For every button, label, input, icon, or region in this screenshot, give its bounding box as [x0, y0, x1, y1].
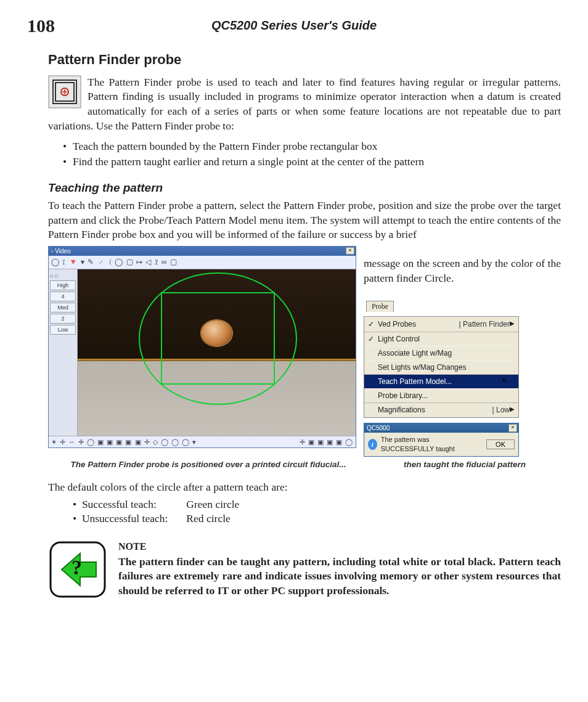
defaults-lead: The default colors of the circle after a… — [48, 480, 561, 495]
teach-result-label: Unsuccessful teach: — [82, 512, 168, 524]
chevron-right-icon: ▶ — [510, 319, 515, 328]
figure-caption-left: The Pattern Finder probe is positioned o… — [48, 459, 369, 470]
teach-result-color: Green circle — [174, 497, 245, 512]
video-window: ▫ Video × ◯ ⟟ 🔻 ▾ ✎ ⟋ ⟮ ◯ ▢ ↦ ◁ ⟟ ∞ ▢ ⌂ … — [48, 246, 356, 449]
svg-text:?: ? — [71, 556, 82, 579]
mag-low-button[interactable]: Low — [50, 325, 76, 335]
dialog-message: The pattern was SUCCESSFULLY taught — [381, 435, 483, 454]
video-window-title: ▫ Video — [51, 248, 71, 255]
menu-item-probe-library[interactable]: Probe Library... — [364, 388, 518, 402]
note-text: The pattern finder can be taught any pat… — [118, 555, 561, 597]
menu-item-light-control[interactable]: Light Control — [364, 332, 518, 346]
table-row: • Successful teach: Green circle — [73, 497, 245, 512]
close-icon[interactable]: × — [508, 424, 517, 432]
sidebar-home-icons[interactable]: ⌂ ⌂ — [50, 272, 76, 279]
subsection-title: Teaching the pattern — [48, 180, 561, 196]
intro-paragraph: The Pattern Finder probe is used to teac… — [48, 75, 561, 134]
figure-caption-right: then taught the fiducial pattern — [369, 459, 561, 470]
video-top-toolbar[interactable]: ◯ ⟟ 🔻 ▾ ✎ ⟋ ⟮ ◯ ▢ ↦ ◁ ⟟ ∞ ▢ — [49, 256, 356, 269]
menu-label: Associate Light w/Mag — [378, 349, 452, 357]
menu-right-label: | Low — [489, 405, 510, 415]
menu-label: Set Lights w/Mag Changes — [378, 363, 466, 372]
mag-med-button[interactable]: Med — [50, 303, 76, 312]
cursor-icon: ↖ — [501, 375, 510, 386]
probe-menu: Ved Probes ▶ | Pattern Finder Light Cont… — [364, 316, 519, 417]
close-icon[interactable]: × — [346, 247, 354, 255]
table-row: • Unsuccessful teach: Red circle — [73, 512, 245, 526]
ok-button[interactable]: OK — [486, 439, 515, 449]
menu-label: Magnifications — [378, 406, 425, 414]
intro-bullet: Teach the pattern bounded by the Pattern… — [63, 139, 561, 154]
teach-result-label: Successful teach: — [82, 498, 157, 510]
mag-high-button[interactable]: High — [50, 280, 76, 290]
menu-label: Probe Library... — [378, 391, 428, 400]
video-sidebar[interactable]: ⌂ ⌂ High 4 Med 2 Low — [49, 269, 78, 436]
probe-menu-tab[interactable]: Probe — [366, 301, 394, 312]
pattern-finder-icon — [48, 75, 81, 108]
mag-2-button[interactable]: 2 — [50, 314, 76, 324]
page-number: 108 — [27, 14, 55, 39]
menu-item-associate-light[interactable]: Associate Light w/Mag — [364, 346, 518, 360]
success-dialog: QC5000 × i The pattern was SUCCESSFULLY … — [364, 423, 519, 457]
menu-item-set-lights[interactable]: Set Lights w/Mag Changes — [364, 360, 518, 374]
info-icon: i — [368, 439, 377, 450]
menu-item-teach-pattern-model[interactable]: Teach Pattern Model... ↖ — [364, 374, 518, 388]
menu-label: Ved Probes — [378, 320, 416, 329]
intro-bullet: Find the pattern taught earlier and retu… — [63, 155, 561, 169]
teaching-paragraph: To teach the Pattern Finder probe a patt… — [48, 198, 561, 242]
note-icon: ? — [48, 540, 107, 603]
document-title: QC5200 Series User's Guide — [27, 17, 561, 34]
menu-item-magnifications[interactable]: Magnifications ▶ | Low — [364, 402, 518, 417]
menu-right-label: | Pattern Finder — [455, 319, 510, 329]
note-label: NOTE — [118, 540, 561, 553]
video-view[interactable] — [78, 269, 356, 436]
dialog-title: QC5000 — [367, 425, 390, 431]
video-bottom-toolbar-left[interactable]: ✶ ✛ ↔ ✛ ◯ ▣ ▣ ▣ ▣ ▣ ✛ ◇ ◯ ◯ ◯ ▾ — [51, 438, 197, 447]
teaching-paragraph-right: message on the screen and by the color o… — [364, 256, 561, 285]
mag-4-button[interactable]: 4 — [50, 292, 76, 301]
menu-label: Teach Pattern Model... — [378, 377, 452, 386]
teach-result-color: Red circle — [174, 512, 245, 526]
section-title: Pattern Finder probe — [48, 51, 561, 69]
video-bottom-toolbar-right[interactable]: ✛ ▣ ▣ ▣ ▣ ◯ — [300, 438, 353, 447]
menu-label: Light Control — [378, 335, 420, 343]
menu-item-ved-probes[interactable]: Ved Probes ▶ | Pattern Finder — [364, 317, 518, 331]
color-defaults-table: • Successful teach: Green circle • Unsuc… — [73, 497, 245, 526]
chevron-right-icon: ▶ — [510, 405, 515, 414]
fiducial-target — [202, 320, 232, 346]
